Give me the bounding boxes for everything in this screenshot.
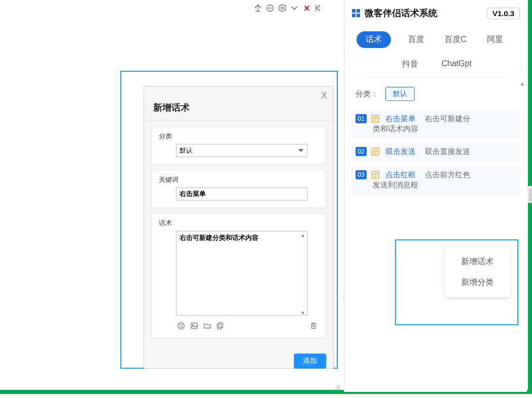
minus-circle-icon[interactable]	[265, 3, 275, 13]
category-select[interactable]	[176, 144, 307, 157]
hint-desc: 点击前方红色	[425, 170, 470, 179]
hint-desc: 右击可新建分	[425, 114, 470, 123]
note-icon	[371, 170, 381, 180]
version-badge: V1.0.3	[487, 8, 520, 19]
copy-icon[interactable]	[215, 321, 226, 331]
image-icon[interactable]	[189, 321, 199, 331]
scroll-down-icon[interactable]: ▼	[299, 310, 306, 316]
close-icon[interactable]: ✕	[301, 3, 312, 13]
keyword-panel: 关键词	[151, 170, 326, 208]
hint-item[interactable]: 03 点击红框 点击前方红色 发送到消息框	[350, 166, 521, 195]
add-script-dialog: X 新增话术 分类 关键词 话术	[144, 86, 334, 369]
side-grip-icon[interactable]	[528, 186, 532, 203]
keyword-label: 关键词	[159, 175, 319, 184]
script-textarea[interactable]	[176, 231, 307, 316]
hint-num: 02	[356, 147, 367, 156]
svg-point-9	[192, 324, 193, 325]
category-label: 分类：	[356, 89, 378, 99]
collapse-left-icon[interactable]	[314, 3, 324, 13]
dialog-close-button[interactable]: X	[321, 90, 327, 101]
hint-title: 点击红框	[385, 170, 416, 179]
hint-list: 01 右击菜单 右击可新建分 类和话术内容 02 双击发送 双击直接发送 03 …	[344, 106, 527, 195]
add-button[interactable]: 添加	[294, 354, 326, 369]
settings-hex-icon[interactable]	[277, 3, 287, 13]
window-toolbar: ✕	[253, 2, 339, 14]
category-label: 分类	[159, 132, 319, 141]
category-button[interactable]: 默认	[385, 87, 415, 101]
ctx-add-script[interactable]: 新增话术	[445, 252, 510, 272]
ctx-add-category[interactable]: 新增分类	[445, 272, 510, 293]
editor-toolbar	[159, 321, 319, 331]
svg-rect-17	[357, 14, 360, 17]
scroll-up-icon[interactable]: ▲	[519, 81, 526, 88]
dialog-title: 新增话术	[144, 86, 333, 121]
hint-item[interactable]: 01 右击菜单 右击可新建分 类和话术内容	[350, 110, 521, 139]
note-icon	[371, 147, 381, 157]
svg-rect-11	[217, 324, 221, 329]
note-icon	[371, 114, 381, 124]
hint-desc2: 发送到消息框	[356, 180, 516, 190]
svg-point-6	[180, 324, 180, 325]
svg-point-7	[182, 324, 183, 325]
svg-rect-10	[218, 323, 223, 328]
context-menu-highlight-box: 新增话术 新增分类	[395, 239, 518, 325]
tab-douyin[interactable]: 抖音	[399, 56, 421, 73]
panel-header: 微客伴侣话术系统 V1.0.3	[344, 0, 527, 24]
dialog-highlight-box: X 新增话术 分类 关键词 话术	[120, 71, 338, 369]
tab-ali[interactable]: 阿里	[484, 31, 506, 48]
context-menu: 新增话术 新增分类	[445, 247, 510, 297]
pin-up-icon[interactable]	[253, 3, 263, 13]
hint-desc2: 类和话术内容	[356, 124, 516, 134]
tab-bar: 话术 百度 百度C 阿里 抖音 ChatGpt	[349, 27, 522, 77]
emoji-icon[interactable]	[176, 321, 186, 331]
app-logo-icon	[351, 9, 361, 18]
scrollbar[interactable]: ▲	[519, 81, 526, 387]
tab-script[interactable]: 话术	[357, 31, 391, 48]
script-panel: 话术 ▲ ▼	[151, 213, 326, 338]
hint-title: 右击菜单	[385, 114, 416, 123]
svg-point-5	[178, 323, 185, 329]
folder-icon[interactable]	[202, 321, 212, 331]
app-name: 微客伴侣话术系统	[365, 7, 437, 19]
tab-chatgpt[interactable]: ChatGpt	[438, 56, 475, 73]
chevron-down-icon[interactable]	[289, 3, 299, 13]
keyword-input[interactable]	[176, 187, 307, 201]
svg-marker-2	[279, 5, 286, 12]
svg-rect-14	[352, 9, 356, 13]
svg-rect-15	[357, 9, 360, 13]
hint-desc: 双击直接发送	[425, 147, 470, 156]
hint-title: 双击发送	[385, 147, 416, 156]
script-label: 话术	[159, 219, 319, 228]
svg-rect-16	[352, 14, 356, 17]
side-panel: 微客伴侣话术系统 V1.0.3 话术 百度 百度C 阿里 抖音 ChatGpt …	[344, 0, 527, 392]
resize-grip-icon[interactable]	[333, 384, 341, 392]
category-row: 分类： 默认	[344, 77, 527, 106]
hint-item[interactable]: 02 双击发送 双击直接发送	[350, 143, 521, 162]
trash-icon[interactable]	[308, 321, 319, 331]
dialog-body: 分类 关键词 话术 ▲ ▼	[144, 121, 333, 351]
hint-num: 01	[356, 114, 367, 123]
hint-num: 03	[356, 170, 367, 179]
tab-baidu[interactable]: 百度	[405, 31, 427, 48]
scroll-up-icon[interactable]: ▲	[299, 232, 306, 238]
svg-point-3	[281, 7, 284, 10]
category-panel: 分类	[151, 126, 326, 165]
tab-baiduc[interactable]: 百度C	[441, 31, 470, 48]
